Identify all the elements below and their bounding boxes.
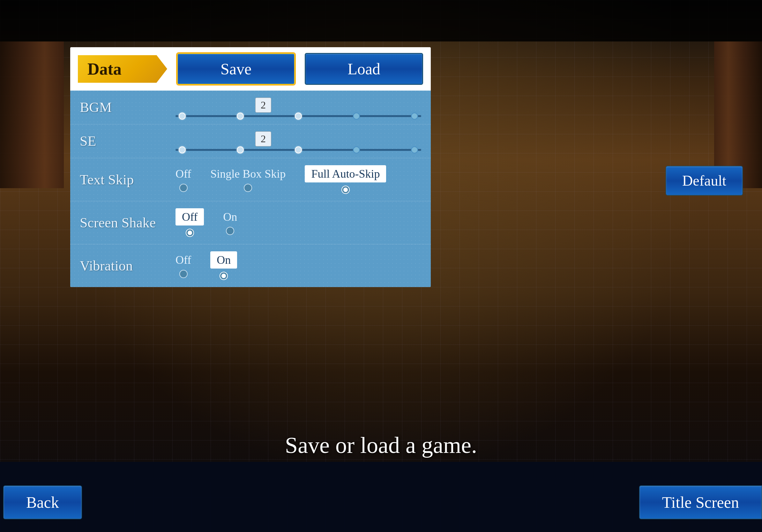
se-row: SE 2 (70, 124, 431, 158)
bgm-dot-2[interactable] (295, 112, 302, 120)
bgm-label: BGM (80, 99, 176, 115)
vibration-option-on[interactable]: On (210, 251, 237, 280)
screen-shake-on-label: On (223, 210, 237, 224)
shelf-left (0, 41, 64, 188)
vibration-row: Vibration Off On (70, 244, 431, 287)
bgm-dots (176, 112, 421, 120)
load-button[interactable]: Load (305, 53, 423, 85)
text-skip-full-label: Full Auto-Skip (305, 165, 386, 182)
se-dot-2[interactable] (295, 146, 302, 154)
back-button[interactable]: Back (3, 486, 82, 519)
bgm-row: BGM 2 (70, 91, 431, 124)
se-track[interactable] (176, 149, 421, 151)
vibration-options: Off On (176, 251, 421, 280)
vibration-off-label: Off (176, 253, 191, 267)
vibration-label: Vibration (80, 258, 176, 274)
text-skip-off-label: Off (176, 167, 191, 180)
text-skip-row: Text Skip Off Single Box Skip Full Auto-… (70, 158, 431, 201)
text-skip-option-single[interactable]: Single Box Skip (210, 167, 286, 192)
description-text: Save or load a game. (0, 426, 762, 465)
se-dot-1[interactable] (237, 146, 244, 154)
se-dot-4[interactable] (411, 146, 418, 154)
bgm-dot-1[interactable] (237, 112, 244, 120)
settings-panel: BGM 2 SE (70, 91, 431, 287)
screen-shake-off-radio[interactable] (186, 229, 194, 237)
se-slider-container: 2 (176, 131, 421, 151)
se-dots (176, 146, 421, 154)
se-label: SE (80, 133, 176, 149)
se-dot-3[interactable] (353, 146, 360, 154)
bgm-value: 2 (255, 98, 271, 112)
save-button[interactable]: Save (177, 53, 295, 85)
text-skip-off-radio[interactable] (179, 184, 188, 192)
bgm-dot-3[interactable] (353, 112, 360, 120)
main-panel: Data Save Load BGM 2 (70, 47, 431, 287)
text-skip-options: Off Single Box Skip Full Auto-Skip (176, 165, 421, 194)
text-skip-full-radio[interactable] (342, 186, 350, 194)
top-bar (0, 0, 762, 41)
se-control: 2 (176, 131, 421, 151)
bgm-dot-0[interactable] (179, 112, 186, 120)
se-dot-0[interactable] (179, 146, 186, 154)
text-skip-single-label: Single Box Skip (210, 167, 286, 180)
se-value: 2 (255, 131, 271, 146)
screen-shake-label: Screen Shake (80, 215, 176, 231)
vibration-option-off[interactable]: Off (176, 253, 191, 278)
screen-shake-control: Off On (176, 208, 421, 237)
data-label: Data (78, 55, 167, 83)
bgm-dot-4[interactable] (411, 112, 418, 120)
title-screen-button[interactable]: Title Screen (639, 486, 762, 519)
text-skip-single-radio[interactable] (244, 184, 252, 192)
vibration-on-radio[interactable] (219, 272, 228, 280)
screen-shake-on-radio[interactable] (226, 227, 234, 235)
screen-shake-option-off[interactable]: Off (176, 208, 204, 237)
screen-shake-off-label: Off (176, 208, 204, 226)
data-row: Data Save Load (70, 47, 431, 91)
bgm-track[interactable] (176, 115, 421, 117)
screen-shake-row: Screen Shake Off On (70, 201, 431, 244)
bgm-control: 2 (176, 98, 421, 117)
screen-shake-option-on[interactable]: On (223, 210, 237, 235)
text-skip-label: Text Skip (80, 171, 176, 188)
vibration-control: Off On (176, 251, 421, 280)
text-skip-option-off[interactable]: Off (176, 167, 191, 192)
vibration-on-label: On (210, 251, 237, 269)
vibration-off-radio[interactable] (179, 270, 188, 278)
bgm-slider-container: 2 (176, 98, 421, 117)
text-skip-control: Off Single Box Skip Full Auto-Skip (176, 165, 421, 194)
default-button[interactable]: Default (666, 166, 743, 195)
screen-shake-options: Off On (176, 208, 421, 237)
text-skip-option-full[interactable]: Full Auto-Skip (305, 165, 386, 194)
